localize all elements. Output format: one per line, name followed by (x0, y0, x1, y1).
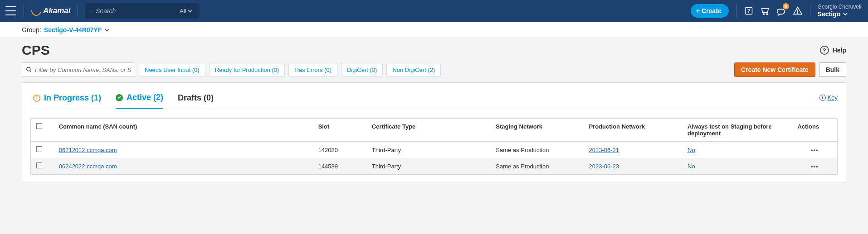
create-certificate-button[interactable]: Create New Certificate (734, 62, 815, 77)
group-link[interactable]: Sectigo-V-44R07YF (44, 26, 102, 33)
search-input[interactable] (96, 7, 176, 14)
cell-cert-type: Third-Party (366, 158, 491, 174)
filter-pill-nondigicert[interactable]: Non DigiCert (2) (386, 63, 441, 76)
divider (736, 5, 736, 17)
notification-badge: 9 (783, 3, 789, 10)
tab-drafts[interactable]: Drafts (0) (178, 91, 214, 108)
menu-icon[interactable] (5, 6, 16, 15)
always-test-link[interactable]: No (688, 163, 695, 170)
user-org-selector[interactable]: Sectigo (818, 10, 848, 18)
group-label: Group: (22, 26, 41, 33)
col-actions: Actions (792, 119, 837, 142)
tab-bar: ! In Progress (1) ✓ Active (2) Drafts (0… (30, 90, 838, 109)
divider (810, 5, 810, 17)
col-staging: Staging Network (490, 119, 583, 142)
info-icon: i (819, 95, 826, 101)
row-actions-menu[interactable]: ••• (792, 142, 837, 158)
always-test-link[interactable]: No (688, 147, 695, 153)
cert-link[interactable]: 06212022.ccmqa.com (59, 147, 117, 153)
user-name-label: Georgio Cheruvelil (818, 4, 863, 10)
chevron-down-icon (843, 12, 848, 16)
warn-icon: ! (33, 95, 40, 102)
svg-text:?: ? (747, 8, 750, 14)
row-checkbox[interactable] (36, 162, 42, 168)
search-icon (26, 67, 32, 73)
user-menu[interactable]: Georgio Cheruvelil Sectigo (818, 4, 863, 18)
production-link[interactable]: 2023-06-21 (589, 147, 619, 153)
svg-point-8 (27, 67, 30, 71)
breadcrumb: Group: Sectigo-V-44R07YF (0, 22, 868, 38)
production-link[interactable]: 2023-06-23 (589, 163, 619, 170)
cell-slot: 142080 (313, 142, 366, 158)
row-checkbox[interactable] (36, 146, 42, 152)
cart-icon[interactable] (760, 6, 770, 16)
tab-in-progress[interactable]: ! In Progress (1) (33, 91, 101, 108)
svg-line-1 (91, 11, 92, 12)
search-icon (90, 7, 92, 14)
filter-pill-ready[interactable]: Ready for Production (0) (209, 63, 285, 76)
filter-input[interactable] (35, 67, 131, 73)
select-all-checkbox[interactable] (36, 123, 42, 129)
create-button[interactable]: + Create (691, 4, 729, 18)
filter-row: Needs User Input (0) Ready for Productio… (22, 62, 846, 77)
svg-line-9 (30, 71, 31, 72)
col-cert-type: Certificate Type (366, 119, 491, 142)
divider (78, 5, 78, 17)
top-icon-group: ? 9 (744, 6, 803, 16)
content-card: ! In Progress (1) ✓ Active (2) Drafts (0… (22, 82, 846, 182)
table-header-row: Common name (SAN count) Slot Certificate… (31, 119, 837, 142)
row-actions-menu[interactable]: ••• (792, 158, 837, 174)
divider (24, 5, 24, 17)
svg-point-7 (797, 13, 798, 13)
page-header: CPS ? Help (22, 43, 846, 58)
help-square-icon[interactable]: ? (744, 6, 754, 16)
chevron-down-icon (188, 9, 192, 13)
svg-point-4 (763, 14, 764, 14)
col-slot: Slot (313, 119, 366, 142)
table-row: 06212022.ccmqa.com 142080 Third-Party Sa… (31, 142, 837, 158)
svg-point-5 (766, 14, 767, 14)
filter-pill-errors[interactable]: Has Errors (0) (288, 63, 337, 76)
svg-point-0 (90, 10, 92, 11)
help-icon[interactable]: ? (820, 46, 829, 55)
filter-pill-needs-input[interactable]: Needs User Input (0) (139, 63, 205, 76)
col-production: Production Network (583, 119, 682, 142)
filter-input-wrap[interactable] (22, 62, 135, 77)
check-icon: ✓ (116, 94, 123, 101)
page-title: CPS (22, 43, 50, 58)
page-body: CPS ? Help Needs User Input (0) Ready fo… (0, 38, 868, 234)
table-row: 06242022.ccmqa.com 144539 Third-Party Sa… (31, 158, 837, 174)
brand-logo[interactable]: Akamai (31, 6, 70, 16)
alert-icon[interactable] (793, 6, 803, 16)
top-bar: Akamai All + Create ? 9 Georgio Cheruvel… (0, 0, 868, 22)
cert-table: Common name (SAN count) Slot Certificate… (30, 118, 838, 175)
filter-pill-digicert[interactable]: DigiCert (0) (341, 63, 383, 76)
help-label[interactable]: Help (833, 47, 846, 54)
chat-icon[interactable]: 9 (776, 6, 786, 16)
cell-slot: 144539 (313, 158, 366, 174)
search-scope-selector[interactable]: All (180, 8, 194, 14)
col-always-test: Always test on Staging before deployment (682, 119, 792, 142)
cert-link[interactable]: 06242022.ccmqa.com (59, 163, 117, 170)
swoosh-icon (29, 4, 43, 18)
cell-staging: Same as Production (490, 158, 583, 174)
brand-text: Akamai (43, 6, 70, 15)
col-common-name: Common name (SAN count) (54, 119, 313, 142)
cell-cert-type: Third-Party (366, 142, 491, 158)
key-link[interactable]: i Key (819, 94, 838, 105)
tab-active[interactable]: ✓ Active (2) (116, 90, 163, 109)
global-search[interactable]: All (85, 3, 199, 19)
cell-staging: Same as Production (490, 142, 583, 158)
chevron-down-icon[interactable] (104, 27, 110, 33)
bulk-button[interactable]: Bulk (819, 62, 846, 77)
